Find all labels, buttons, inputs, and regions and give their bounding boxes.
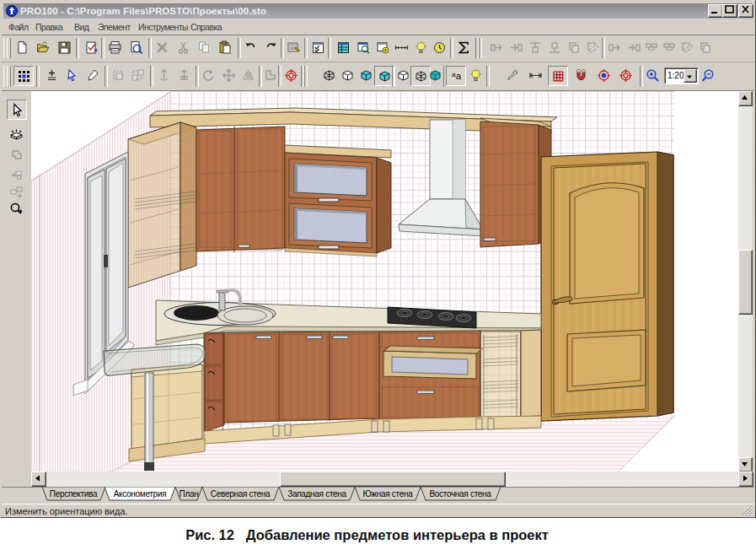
svg-text:План: План <box>180 489 199 499</box>
svg-text:Восточная стена: Восточная стена <box>429 489 491 499</box>
svg-text:Западная стена: Западная стена <box>287 489 346 499</box>
svg-text:Перспектива: Перспектива <box>50 489 98 499</box>
svg-text:Южная стена: Южная стена <box>363 489 414 499</box>
svg-text:a: a <box>456 71 462 81</box>
svg-text:Аксонометрия: Аксонометрия <box>114 489 167 499</box>
svg-text:Северная стена: Северная стена <box>211 489 271 499</box>
